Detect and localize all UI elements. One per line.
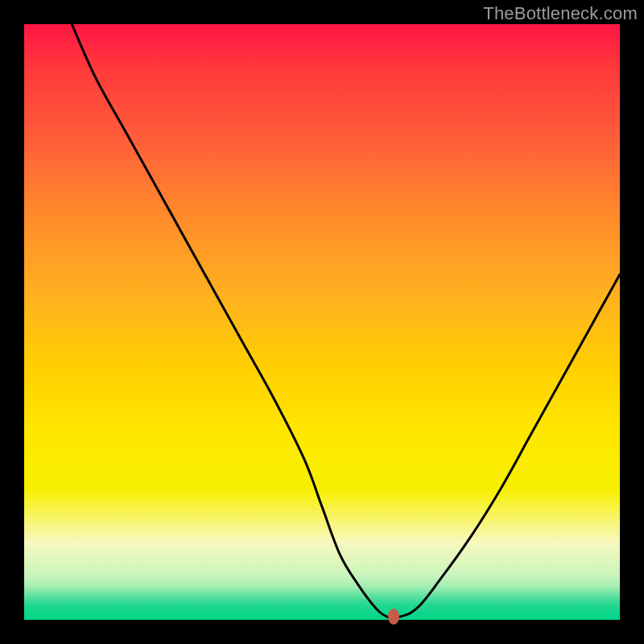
plot-area xyxy=(24,24,620,620)
chart-frame: TheBottleneck.com xyxy=(0,0,644,644)
optimal-marker xyxy=(388,609,399,625)
watermark-text: TheBottleneck.com xyxy=(483,3,638,24)
bottleneck-curve xyxy=(24,24,620,620)
